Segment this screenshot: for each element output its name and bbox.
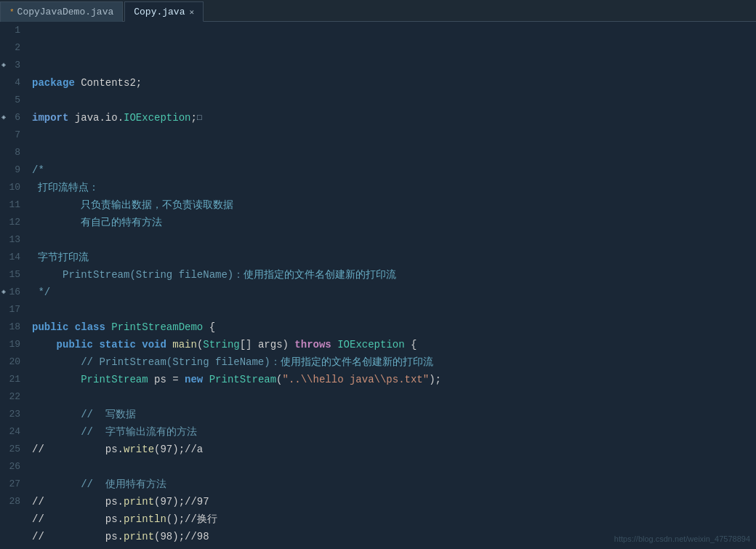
line-number: 10	[0, 179, 26, 196]
code-line	[32, 301, 756, 318]
token-kw: public	[32, 318, 68, 336]
token-kw-package: package	[32, 74, 75, 92]
token-normal	[32, 423, 81, 441]
code-line: public static void main(String[] args) t…	[32, 336, 756, 353]
code-line: */	[32, 284, 756, 301]
close-icon[interactable]: ✕	[189, 7, 194, 17]
token-comment: */	[32, 284, 50, 301]
line-row: 5	[0, 92, 26, 109]
token-cn-text: 打印流特点：	[32, 179, 99, 196]
line-row: 23	[0, 406, 26, 423]
token-type: IOException	[337, 336, 404, 353]
token-kw: public	[57, 336, 93, 353]
code-line	[32, 231, 756, 249]
token-type: PrintStream	[81, 371, 148, 388]
token-normal	[105, 318, 111, 336]
token-string: "..\\hello java\\ps.txt"	[283, 371, 430, 388]
token-normal: java.io.	[68, 109, 124, 127]
token-kw: class	[75, 318, 105, 336]
line-number: 26	[0, 458, 26, 476]
watermark: https://blog.csdn.net/weixin_47578894	[614, 534, 750, 543]
line-row: 26	[0, 458, 26, 476]
code-line: 只负责输出数据，不负责读取数据	[32, 196, 756, 214]
token-cn-text: 使用指定的文件名创建新的打印流	[281, 353, 433, 371]
token-normal: // ps.	[32, 493, 124, 510]
code-line: public class PrintStreamDemo {	[32, 318, 756, 336]
token-normal: (97);//97	[154, 493, 209, 510]
line-number: 7	[0, 127, 26, 144]
token-comment: PrintStream(String fileName)：	[32, 266, 244, 284]
token-cn-text: 字节打印流	[32, 249, 89, 266]
code-line	[32, 127, 756, 144]
token-normal: // ps.	[32, 510, 124, 528]
token-normal	[32, 371, 81, 388]
line-row: 13	[0, 231, 26, 249]
line-row: 25	[0, 441, 26, 458]
line-number: 5	[0, 92, 26, 109]
token-normal: ();//换行	[166, 510, 217, 528]
line-number: 14	[0, 249, 26, 266]
token-normal: ;	[190, 109, 196, 127]
code-line: // ps.write(97);//a	[32, 441, 756, 458]
line-number: 23	[0, 406, 26, 423]
token-collapsed-marker: □	[197, 109, 202, 127]
token-method: main	[172, 336, 197, 353]
token-normal: (98);//98	[154, 528, 209, 545]
token-cn-text: 有自己的特有方法	[32, 214, 162, 231]
code-line: // 字节输出流有的方法	[32, 423, 756, 441]
code-line	[32, 388, 756, 406]
token-normal	[32, 353, 81, 371]
line-row: 6	[0, 109, 26, 127]
token-type: IOException	[124, 109, 190, 127]
line-row: 2	[0, 39, 26, 57]
token-comment: // 字节输出流有的方法	[81, 423, 197, 441]
tab-copy-java-demo[interactable]: * CopyJavaDemo.java	[0, 1, 123, 22]
line-row: 8	[0, 144, 26, 161]
line-number: 8	[0, 144, 26, 161]
line-row: 9	[0, 161, 26, 179]
line-number: 24	[0, 423, 26, 441]
code-line	[32, 92, 756, 109]
line-row: 24	[0, 423, 26, 441]
code-line	[32, 545, 756, 549]
line-number: 2	[0, 39, 26, 57]
line-row: 22	[0, 388, 26, 406]
token-type: String	[203, 336, 239, 353]
token-throws-kw: throws	[294, 336, 331, 353]
line-number: 3	[0, 57, 26, 74]
line-row: 3	[0, 57, 26, 74]
line-row: 19	[0, 336, 26, 353]
line-numbers: 1234567891011121314151617181920212223242…	[0, 22, 26, 549]
code-line: /*	[32, 161, 756, 179]
modified-indicator: *	[9, 8, 15, 17]
line-row: 16	[0, 284, 26, 301]
tab-copy-java[interactable]: Copy.java ✕	[124, 1, 204, 22]
token-normal	[32, 336, 57, 353]
code-line: 打印流特点：	[32, 179, 756, 196]
code-line: PrintStream(String fileName)：使用指定的文件名创建新…	[32, 266, 756, 284]
line-number: 6	[0, 109, 26, 127]
line-number: 1	[0, 22, 26, 39]
token-normal: ps =	[148, 371, 185, 388]
line-row: 7	[0, 127, 26, 144]
line-row: 27	[0, 476, 26, 493]
token-normal: );	[429, 371, 441, 388]
token-method: print	[124, 493, 154, 510]
line-number: 22	[0, 388, 26, 406]
code-content[interactable]: package Contents2; import java.io.IOExce…	[26, 22, 756, 549]
token-normal	[32, 476, 81, 493]
line-number: 11	[0, 196, 26, 214]
line-number: 13	[0, 231, 26, 249]
editor-area: 1234567891011121314151617181920212223242…	[0, 22, 756, 549]
token-normal	[331, 336, 337, 353]
token-normal	[136, 336, 142, 353]
token-kw: void	[142, 336, 166, 353]
line-number: 27	[0, 476, 26, 493]
line-row: 20	[0, 353, 26, 371]
tab-label: CopyJavaDemo.java	[17, 7, 114, 17]
line-row: 15	[0, 266, 26, 284]
token-comment: /*	[32, 161, 44, 179]
token-normal: Contents2;	[75, 74, 142, 92]
line-row: 1	[0, 22, 26, 39]
token-normal	[32, 406, 81, 423]
